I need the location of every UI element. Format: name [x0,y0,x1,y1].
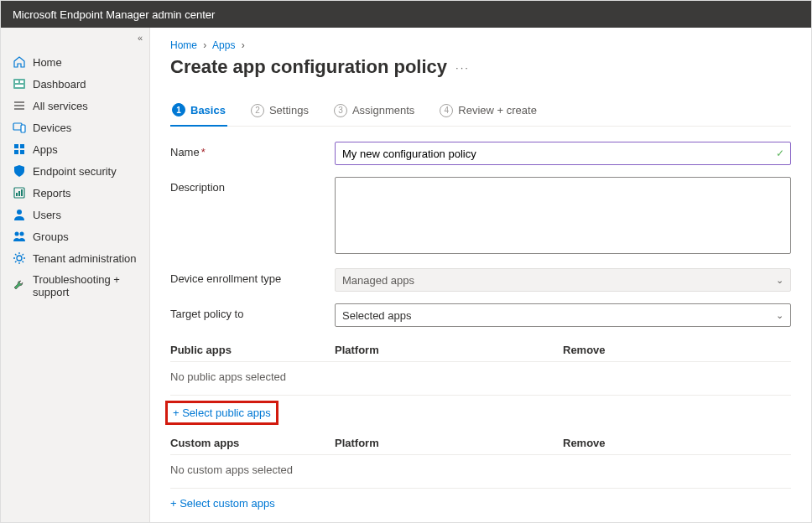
sidebar-item-label: Apps [33,143,58,156]
sidebar-item-reports[interactable]: Reports [1,182,149,204]
select-value: Selected apps [342,309,411,322]
tab-label: Review + create [458,104,537,117]
tab-label: Assignments [352,104,414,117]
name-input[interactable] [335,142,791,165]
public-apps-section: Public apps Platform Remove No public ap… [170,339,791,428]
column-header-remove: Remove [563,437,791,449]
sidebar-item-label: Home [33,56,62,69]
svg-point-17 [17,210,22,215]
svg-rect-8 [21,125,25,132]
select-public-apps-link[interactable]: + Select public apps [173,406,271,419]
sidebar-item-label: Dashboard [33,78,86,91]
breadcrumb-home[interactable]: Home [170,39,197,51]
tab-review-create[interactable]: 4 Review + create [438,98,539,126]
svg-rect-9 [14,144,18,148]
target-policy-to-select[interactable]: Selected apps ⌄ [335,303,791,327]
sidebar-item-users[interactable]: Users [1,204,149,225]
sidebar-item-tenant-admin[interactable]: Tenant administration [1,247,149,269]
step-number-icon: 2 [251,104,264,117]
tab-basics[interactable]: 1 Basics [170,98,227,127]
sidebar-item-devices[interactable]: Devices [1,117,149,138]
gear-icon [13,251,26,265]
sidebar-item-label: All services [33,100,88,112]
step-number-icon: 1 [172,103,185,117]
step-number-icon: 4 [440,104,453,117]
main-content: Home › Apps › Create app configuration p… [150,28,811,522]
svg-rect-1 [15,80,18,83]
sidebar-item-troubleshooting[interactable]: Troubleshooting + support [1,269,149,303]
device-enrollment-type-select: Managed apps ⌄ [335,268,791,292]
sidebar-item-label: Tenant administration [33,252,137,265]
step-number-icon: 3 [334,104,347,117]
svg-rect-3 [15,85,23,87]
svg-rect-14 [16,193,18,196]
svg-rect-16 [21,189,23,196]
column-header-platform: Platform [335,437,563,449]
dashboard-icon [13,77,26,91]
sidebar-item-all-services[interactable]: All services [1,95,149,117]
chevron-right-icon: › [242,39,245,51]
annotation-highlight: + Select public apps [165,401,278,425]
groups-icon [13,230,26,243]
custom-apps-section: Custom apps Platform Remove No custom ap… [170,432,791,511]
column-header-custom-apps: Custom apps [170,437,335,449]
apps-icon [13,142,26,156]
name-label: Name* [170,142,335,158]
tab-assignments[interactable]: 3 Assignments [332,98,416,126]
chevron-right-icon: › [203,39,206,51]
sidebar-item-label: Endpoint security [33,165,117,178]
user-icon [13,208,26,221]
sidebar-item-endpoint-security[interactable]: Endpoint security [1,160,149,182]
chevron-down-icon: ⌄ [776,275,783,286]
column-header-public-apps: Public apps [170,344,335,356]
sidebar-item-apps[interactable]: Apps [1,138,149,160]
description-label: Description [170,177,335,194]
breadcrumb-apps[interactable]: Apps [212,39,235,51]
svg-rect-0 [13,79,25,89]
column-header-platform: Platform [335,344,563,356]
tab-settings[interactable]: 2 Settings [249,98,310,126]
svg-point-20 [17,256,22,261]
sidebar-item-dashboard[interactable]: Dashboard [1,73,149,95]
sidebar-item-home[interactable]: Home [1,51,149,73]
devices-icon [13,121,26,134]
sidebar-item-label: Devices [33,122,71,134]
more-actions-icon[interactable]: ··· [455,61,470,74]
sidebar-collapse-icon[interactable]: « [138,33,143,43]
sidebar-item-label: Users [33,209,61,221]
sidebar-item-groups[interactable]: Groups [1,225,149,247]
select-value: Managed apps [342,274,414,287]
svg-point-19 [20,232,24,236]
column-header-remove: Remove [563,344,791,356]
svg-rect-15 [18,191,20,196]
breadcrumb: Home › Apps › [170,39,791,51]
shield-icon [13,164,26,178]
topbar-title: Microsoft Endpoint Manager admin center [13,8,215,21]
tab-label: Settings [269,104,309,117]
description-textarea[interactable] [335,177,791,254]
public-apps-empty-text: No public apps selected [170,362,791,396]
chevron-down-icon: ⌄ [776,310,783,321]
svg-point-18 [15,232,19,236]
svg-rect-11 [14,150,18,154]
list-icon [13,99,26,112]
reports-icon [13,186,26,199]
sidebar-item-label: Reports [33,187,71,199]
select-custom-apps-link[interactable]: + Select custom apps [170,497,275,510]
sidebar: « Home Dashboard All services Devices Ap… [1,28,150,522]
svg-rect-2 [20,80,23,83]
device-enrollment-type-label: Device enrollment type [170,268,335,285]
svg-rect-12 [20,150,24,154]
target-policy-to-label: Target policy to [170,303,335,320]
custom-apps-empty-text: No custom apps selected [170,455,791,489]
wrench-icon [13,279,26,293]
sidebar-item-label: Groups [33,230,69,243]
sidebar-item-label: Troubleshooting + support [33,273,138,298]
svg-rect-10 [20,144,24,148]
page-title: Create app configuration policy [170,56,447,78]
checkmark-icon: ✓ [776,148,784,159]
tab-label: Basics [190,104,226,117]
topbar: Microsoft Endpoint Manager admin center [1,1,811,28]
wizard-tabs: 1 Basics 2 Settings 3 Assignments 4 Revi… [170,98,791,127]
home-icon [13,55,26,69]
